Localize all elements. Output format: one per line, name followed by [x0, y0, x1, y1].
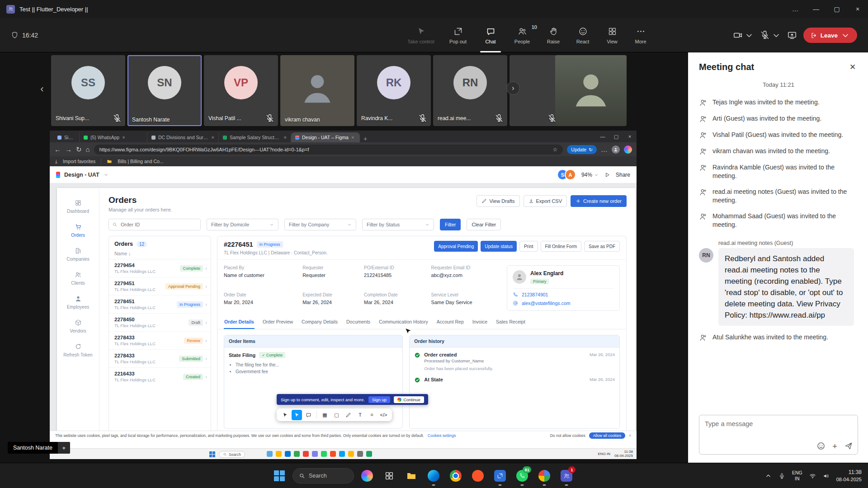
edge-button[interactable]	[425, 465, 443, 486]
order-id-input[interactable]	[108, 219, 201, 230]
contact-email[interactable]: alex@vstatefilings.com	[513, 300, 614, 306]
window-minimize-button[interactable]: —	[806, 0, 826, 18]
order-id-search[interactable]	[108, 219, 201, 230]
sidebar-item-orders[interactable]: Orders	[57, 218, 99, 242]
cookie-settings-link[interactable]: Cookies settings	[428, 433, 456, 438]
video-tile[interactable]: RK Ravindra K...	[357, 55, 431, 126]
tray-mic-icon[interactable]	[778, 473, 785, 479]
app-icon[interactable]	[366, 451, 372, 457]
browser-menu-icon[interactable]: …	[601, 145, 608, 153]
message-input[interactable]	[699, 415, 858, 432]
figma-canvas[interactable]: Dashboard Orders Companies Clients Emplo…	[50, 183, 637, 431]
close-icon[interactable]: ×	[629, 433, 631, 438]
app-icon[interactable]	[321, 451, 327, 457]
shared-search-box[interactable]: Search	[219, 451, 245, 458]
tab-sales-receipt[interactable]: Sales Receipt	[495, 315, 526, 329]
strip-scroll-right-button[interactable]: ›	[506, 81, 520, 95]
shared-window-minimize-button[interactable]: —	[596, 134, 609, 139]
select-tool[interactable]	[280, 410, 290, 420]
tab-company-details[interactable]: Company Details	[301, 315, 338, 329]
order-row[interactable]: 2279451TL Flex Holdings LLC Approval Pen…	[109, 277, 211, 296]
figma-share-button[interactable]: Share	[616, 172, 630, 178]
figma-file-name[interactable]: Design - UAT	[64, 172, 99, 178]
order-row[interactable]: 2216433TL Flex Holdings LLC Created›	[109, 368, 211, 385]
figma-zoom-control[interactable]: 94%	[581, 172, 599, 178]
message-compose-box[interactable]: +	[699, 415, 858, 455]
column-header[interactable]: Name ↓	[109, 249, 211, 259]
back-icon[interactable]: ←	[54, 145, 61, 153]
allow-cookies-button[interactable]: Allow all cookies	[589, 432, 625, 439]
filter-domicile-select[interactable]: Filter by Domicile	[207, 219, 278, 230]
tab-account-rep[interactable]: Account Rep	[436, 315, 464, 329]
start-icon[interactable]	[209, 451, 215, 457]
browser-tab[interactable]: (5) WhatsApp×	[80, 132, 147, 142]
more-button[interactable]: More	[627, 18, 655, 52]
print-button[interactable]: Print	[519, 241, 538, 252]
tab-close-icon[interactable]: ×	[284, 135, 287, 140]
google-continue-button[interactable]: Continue	[394, 396, 424, 403]
export-csv-button[interactable]: Export CSV	[524, 195, 567, 207]
favorites-item[interactable]: Import favorites	[63, 159, 95, 164]
file-explorer-button[interactable]	[402, 465, 420, 486]
chevron-down-icon[interactable]	[841, 31, 850, 40]
close-chat-icon[interactable]: ✕	[846, 61, 859, 73]
people-button[interactable]: People 10	[505, 18, 539, 52]
app-icon[interactable]	[294, 451, 300, 457]
video-tile-speaking[interactable]: SN Santosh Narate	[127, 55, 202, 126]
brave-button[interactable]	[469, 465, 487, 486]
share-screen-button[interactable]	[787, 30, 797, 40]
pop-out-button[interactable]: Pop out	[440, 18, 476, 52]
tab-close-icon[interactable]: ×	[122, 135, 125, 140]
shared-window-close-button[interactable]: ×	[623, 134, 637, 139]
new-tab-button[interactable]: +	[363, 135, 367, 142]
tab-order-details[interactable]: Order Details	[224, 315, 255, 329]
window-maximize-button[interactable]: ▢	[826, 0, 847, 18]
task-view-button[interactable]	[380, 465, 398, 486]
shape-tool[interactable]: ▢	[331, 410, 342, 420]
shared-window-maximize-button[interactable]: ▢	[609, 134, 623, 140]
browser-profile-avatar[interactable]	[612, 145, 620, 154]
collaborator-avatar[interactable]: A	[565, 169, 576, 180]
app-icon[interactable]	[330, 451, 336, 457]
sidebar-item-refresh-token[interactable]: Refresh Token	[57, 338, 99, 362]
chat-button[interactable]: Chat	[476, 18, 505, 52]
sidebar-item-companies[interactable]: Companies	[57, 242, 99, 266]
browser-tab[interactable]: Sample Salary Structure with calc...×	[219, 132, 291, 142]
whatsapp-button[interactable]: 81	[513, 465, 531, 486]
chevron-down-icon[interactable]	[104, 172, 108, 177]
refresh-icon[interactable]: ↻	[76, 145, 82, 154]
strip-scroll-left-button[interactable]: ‹	[35, 82, 49, 96]
app-icon[interactable]	[348, 451, 354, 457]
present-play-icon[interactable]	[604, 172, 610, 178]
taskbar-search[interactable]	[292, 468, 354, 483]
filter-status-select[interactable]: Filter by Status	[362, 219, 434, 230]
filter-apply-button[interactable]: Filter	[440, 219, 461, 230]
bookmark-star-icon[interactable]: ☆	[553, 146, 558, 153]
url-field[interactable]: https://www.figma.com/design/9BKQ0FOHRWa…	[94, 145, 563, 155]
browser-tab[interactable]: Sign in	[53, 132, 80, 142]
move-tool-selected[interactable]	[292, 410, 302, 420]
window-more-button[interactable]: …	[785, 0, 806, 18]
spotlight-video-tile[interactable]	[555, 55, 627, 126]
tab-order-preview[interactable]: Order Preview	[262, 315, 293, 329]
order-row[interactable]: 2279454TL Flex Holdings LLC Complete›	[109, 259, 211, 277]
forward-icon[interactable]: →	[65, 145, 72, 153]
dev-mode-tool[interactable]: </>	[378, 410, 389, 420]
message-bubble[interactable]: Redberyl and Santosh added read.ai meeti…	[718, 248, 854, 326]
save-as-pdf-button[interactable]: Save as PDF	[584, 241, 620, 252]
emoji-icon[interactable]	[816, 441, 826, 450]
browser-tab-active[interactable]: Design - UAT – Figma×	[291, 132, 360, 142]
taskbar-search-input[interactable]	[309, 473, 348, 479]
sidebar-item-dashboard[interactable]: Dashboard	[57, 194, 99, 218]
leave-button[interactable]: Leave	[803, 28, 857, 43]
react-button[interactable]: React	[568, 18, 598, 52]
tab-close-icon[interactable]: ×	[351, 135, 354, 140]
approval-pending-button[interactable]: Approval Pending	[434, 241, 478, 252]
tab-documents[interactable]: Documents	[346, 315, 371, 329]
app-icon[interactable]	[312, 451, 318, 457]
create-new-order-button[interactable]: Create new order	[571, 195, 627, 207]
home-icon[interactable]: ⌂	[86, 145, 90, 153]
presenter-pin-button[interactable]: +	[58, 442, 70, 454]
app-icon[interactable]	[339, 451, 345, 457]
view-button[interactable]: View	[598, 18, 627, 52]
